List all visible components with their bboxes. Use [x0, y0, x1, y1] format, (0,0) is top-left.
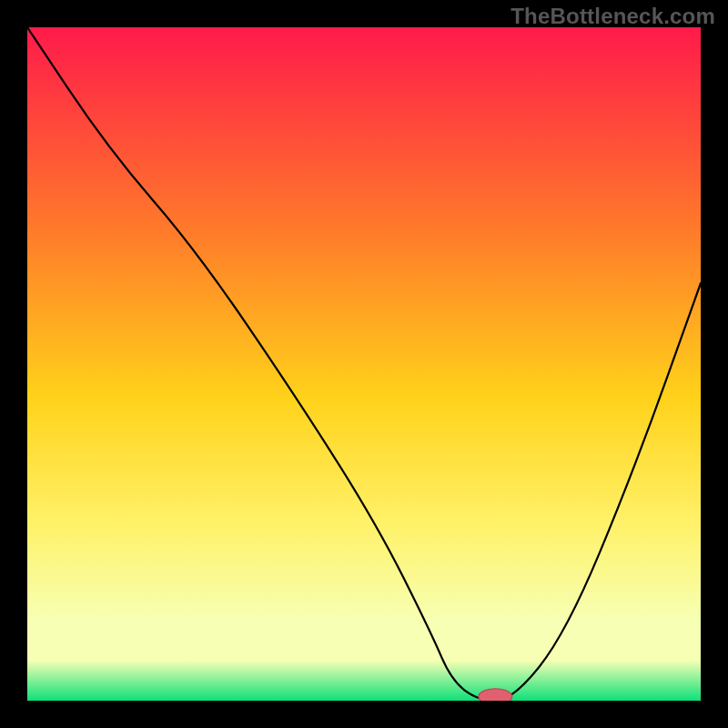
optimal-marker	[479, 689, 512, 701]
watermark-label: TheBottleneck.com	[511, 4, 715, 29]
chart-frame: TheBottleneck.com	[0, 0, 728, 728]
bottleneck-plot	[27, 27, 701, 701]
plot-background	[27, 27, 701, 701]
